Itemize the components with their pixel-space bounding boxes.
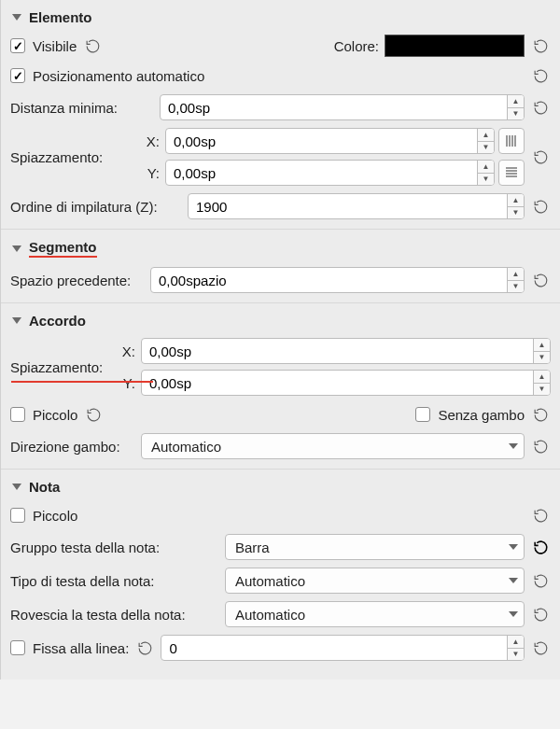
reset-icon[interactable] (530, 570, 551, 591)
accordo-x-input[interactable] (142, 339, 533, 363)
section-title: Accordo (29, 313, 86, 329)
accordo-y-input[interactable] (142, 371, 533, 395)
section-title: Elemento (29, 9, 92, 25)
accordo-y-spinbox[interactable]: ▲▼ (141, 370, 551, 396)
section-segmento: Segmento Spazio precedente: ▲▼ (1, 230, 560, 303)
x-spinbox[interactable]: ▲▼ (165, 128, 495, 154)
colore-swatch[interactable] (385, 35, 525, 57)
x-input[interactable] (166, 129, 477, 153)
gruppo-label: Gruppo testa della nota: (10, 540, 225, 555)
spin-down-icon[interactable]: ▼ (534, 352, 550, 364)
section-accordo: Accordo Spiazzamento: X: ▲▼ Y: ▲▼ (1, 303, 560, 470)
annotation-underline (11, 381, 153, 383)
spin-up-icon[interactable]: ▲ (508, 95, 524, 108)
y-input[interactable] (166, 161, 477, 185)
spin-down-icon[interactable]: ▼ (508, 281, 524, 293)
reset-icon[interactable] (530, 35, 551, 56)
senza-gambo-label: Senza gambo (438, 407, 525, 423)
spin-down-icon[interactable]: ▼ (508, 207, 524, 219)
distanza-input[interactable] (161, 95, 507, 119)
visibile-checkbox[interactable] (10, 38, 25, 53)
ordine-input[interactable] (189, 194, 507, 218)
reset-icon[interactable] (530, 404, 551, 425)
spin-up-icon[interactable]: ▲ (478, 129, 494, 142)
fissa-input[interactable] (161, 636, 507, 660)
section-title: Nota (29, 479, 60, 495)
senza-gambo-checkbox[interactable] (415, 407, 430, 422)
posizionamento-checkbox[interactable] (10, 68, 25, 83)
distanza-spinbox[interactable]: ▲▼ (160, 94, 525, 120)
distanza-label: Distanza minima: (10, 100, 160, 116)
spin-down-icon[interactable]: ▼ (478, 174, 494, 186)
rovescia-label: Rovescia la testa della nota: (10, 607, 225, 623)
spin-up-icon[interactable]: ▲ (508, 636, 524, 649)
spazio-label: Spazio precedente: (10, 273, 150, 288)
section-nota: Nota Piccolo Gruppo testa della nota: Ba… (1, 470, 560, 670)
reset-icon[interactable] (530, 196, 551, 217)
y-spinbox[interactable]: ▲▼ (165, 160, 495, 186)
ordine-label: Ordine di impilatura (Z): (10, 199, 188, 215)
direzione-value: Automatico (151, 439, 509, 455)
spazio-input[interactable] (151, 268, 507, 292)
nota-piccolo-label: Piccolo (33, 508, 77, 524)
snap-horizontal-button[interactable] (498, 160, 525, 186)
snap-vertical-button[interactable] (498, 128, 525, 154)
x-label: X: (113, 343, 135, 359)
spazio-spinbox[interactable]: ▲▼ (150, 267, 525, 293)
chevron-down-icon (509, 443, 518, 449)
reset-icon[interactable] (530, 147, 551, 167)
section-header-elemento[interactable]: Elemento (10, 4, 551, 31)
ordine-spinbox[interactable]: ▲▼ (188, 193, 525, 219)
section-header-accordo[interactable]: Accordo (10, 307, 551, 334)
section-title: Segmento (29, 239, 97, 258)
direzione-combo[interactable]: Automatico (141, 433, 525, 459)
reset-icon[interactable] (134, 638, 155, 658)
section-header-segmento[interactable]: Segmento (10, 233, 551, 263)
colore-label: Colore: (334, 38, 379, 54)
spin-up-icon[interactable]: ▲ (478, 161, 494, 174)
spin-down-icon[interactable]: ▼ (534, 384, 550, 396)
posizionamento-label: Posizionamento automatico (33, 68, 204, 84)
gruppo-combo[interactable]: Barra (225, 534, 525, 560)
rovescia-combo[interactable]: Automatico (225, 601, 525, 627)
reset-icon[interactable] (530, 65, 551, 86)
direzione-label: Direzione gambo: (10, 439, 141, 455)
spiazzamento-label: Spiazzamento: (10, 359, 113, 375)
spin-up-icon[interactable]: ▲ (508, 194, 524, 207)
reset-icon[interactable] (82, 35, 103, 56)
reset-icon[interactable] (530, 638, 551, 658)
spin-up-icon[interactable]: ▲ (508, 268, 524, 281)
piccolo-checkbox[interactable] (10, 407, 25, 422)
reset-icon[interactable] (530, 505, 551, 526)
fissa-checkbox[interactable] (10, 640, 25, 655)
spin-down-icon[interactable]: ▼ (478, 142, 494, 154)
reset-icon[interactable] (530, 537, 551, 557)
disclosure-icon (12, 484, 21, 490)
reset-icon[interactable] (530, 270, 551, 290)
reset-icon[interactable] (530, 436, 551, 456)
spin-up-icon[interactable]: ▲ (534, 339, 550, 352)
accordo-x-spinbox[interactable]: ▲▼ (141, 338, 551, 364)
x-label: X: (137, 133, 160, 149)
rovescia-value: Automatico (235, 607, 509, 623)
fissa-spinbox[interactable]: ▲▼ (161, 635, 525, 661)
spin-down-icon[interactable]: ▼ (508, 108, 524, 120)
disclosure-icon (12, 14, 21, 21)
y-label: Y: (113, 375, 135, 391)
reset-icon[interactable] (530, 97, 551, 118)
spin-up-icon[interactable]: ▲ (534, 371, 550, 384)
y-label: Y: (137, 165, 160, 181)
fissa-label: Fissa alla linea: (33, 640, 129, 656)
spin-down-icon[interactable]: ▼ (508, 649, 524, 661)
chevron-down-icon (509, 578, 518, 583)
reset-icon[interactable] (530, 604, 551, 624)
tipo-label: Tipo di testa della nota: (10, 573, 225, 589)
tipo-combo[interactable]: Automatico (225, 568, 525, 594)
section-elemento: Elemento Visibile Colore: Posizionamento… (1, 0, 560, 230)
nota-piccolo-checkbox[interactable] (10, 508, 25, 523)
section-header-nota[interactable]: Nota (10, 473, 551, 500)
reset-icon[interactable] (83, 404, 104, 425)
disclosure-icon (12, 245, 21, 252)
tipo-value: Automatico (235, 573, 509, 589)
visibile-label: Visibile (33, 38, 77, 54)
